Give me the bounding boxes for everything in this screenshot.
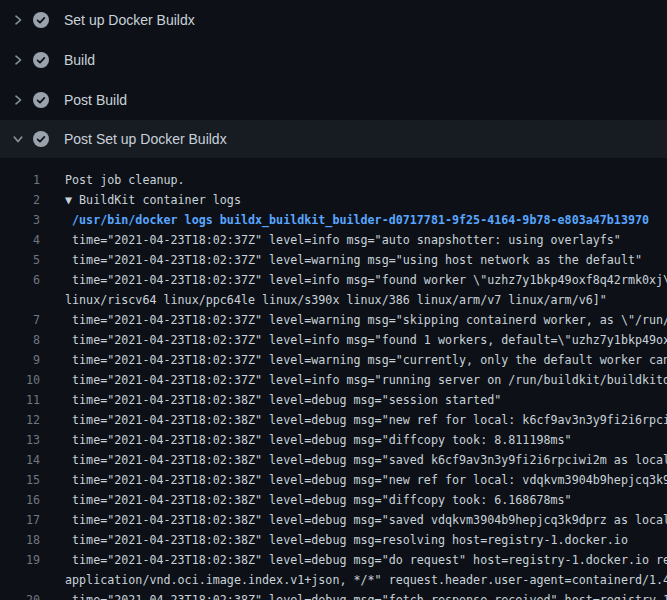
log-line-text: time="2021-04-23T18:02:38Z" level=debug … — [65, 410, 667, 430]
log-line-text: time="2021-04-23T18:02:38Z" level=debug … — [65, 590, 667, 600]
log-line-text: /usr/bin/docker logs buildx_buildkit_bui… — [65, 210, 649, 230]
log-line: 10 time="2021-04-23T18:02:37Z" level=inf… — [0, 370, 667, 390]
line-number[interactable]: 17 — [0, 510, 40, 530]
log-line: 17 time="2021-04-23T18:02:38Z" level=deb… — [0, 510, 667, 530]
line-number[interactable]: 3 — [0, 210, 40, 230]
log-line: 16 time="2021-04-23T18:02:38Z" level=deb… — [0, 490, 667, 510]
log-line-text: time="2021-04-23T18:02:37Z" level=warnin… — [65, 250, 642, 270]
line-number[interactable]: 11 — [0, 390, 40, 410]
line-number[interactable]: 8 — [0, 330, 40, 350]
line-number[interactable]: 7 — [0, 310, 40, 330]
line-number[interactable]: 2 — [0, 190, 40, 210]
step-title: Build — [64, 50, 95, 70]
line-number[interactable]: 18 — [0, 530, 40, 550]
log-line-text: time="2021-04-23T18:02:37Z" level=info m… — [65, 270, 667, 290]
step-header-post-set-up-docker-buildx[interactable]: Post Set up Docker Buildx — [0, 120, 667, 158]
group-toggle-log-line-text[interactable]: ▼ BuildKit container logs — [65, 190, 241, 210]
log-scroll-area[interactable]: 1 Post job cleanup. 2 ▼ BuildKit contain… — [0, 158, 667, 600]
line-number[interactable]: 9 — [0, 350, 40, 370]
log-line: 3 /usr/bin/docker logs buildx_buildkit_b… — [0, 210, 667, 230]
log-line-text: time="2021-04-23T18:02:38Z" level=debug … — [65, 430, 572, 450]
step-title: Set up Docker Buildx — [64, 10, 195, 30]
log-line-text: time="2021-04-23T18:02:37Z" level=warnin… — [65, 350, 667, 370]
line-number[interactable] — [0, 290, 40, 310]
line-number[interactable]: 10 — [0, 370, 40, 390]
check-circle-icon — [33, 131, 49, 147]
log-line: 13 time="2021-04-23T18:02:38Z" level=deb… — [0, 430, 667, 450]
actions-log-panel: Set up Docker Buildx Build P — [0, 0, 667, 600]
log-line-text: time="2021-04-23T18:02:37Z" level=info m… — [65, 230, 621, 250]
log-line: 7 time="2021-04-23T18:02:37Z" level=warn… — [0, 310, 667, 330]
line-number[interactable]: 15 — [0, 470, 40, 490]
log-line-text: time="2021-04-23T18:02:38Z" level=debug … — [65, 510, 667, 530]
check-circle-icon — [33, 12, 49, 28]
line-number[interactable]: 5 — [0, 250, 40, 270]
line-number[interactable]: 20 — [0, 590, 40, 600]
log-line-text: linux/riscv64 linux/ppc64le linux/s390x … — [65, 290, 607, 310]
line-number[interactable]: 6 — [0, 270, 40, 290]
steps-list: Set up Docker Buildx Build P — [0, 0, 667, 158]
line-number[interactable]: 16 — [0, 490, 40, 510]
line-number[interactable] — [0, 570, 40, 590]
log-line-text: Post job cleanup. — [65, 170, 185, 190]
log-line-text: time="2021-04-23T18:02:38Z" level=debug … — [65, 450, 667, 470]
log-line: 4 time="2021-04-23T18:02:37Z" level=info… — [0, 230, 667, 250]
line-number[interactable]: 14 — [0, 450, 40, 470]
log-line: 5 time="2021-04-23T18:02:37Z" level=warn… — [0, 250, 667, 270]
step-header-post-build[interactable]: Post Build — [0, 80, 667, 120]
step-header-build[interactable]: Build — [0, 40, 667, 80]
log-line-text: application/vnd.oci.image.index.v1+json,… — [65, 570, 667, 590]
log-line: 6 time="2021-04-23T18:02:37Z" level=info… — [0, 270, 667, 290]
log-line: 12 time="2021-04-23T18:02:38Z" level=deb… — [0, 410, 667, 430]
chevron-down-icon — [12, 133, 24, 145]
log-line-text: time="2021-04-23T18:02:38Z" level=debug … — [65, 390, 501, 410]
log-line: 15 time="2021-04-23T18:02:38Z" level=deb… — [0, 470, 667, 490]
step-header-set-up-docker-buildx[interactable]: Set up Docker Buildx — [0, 0, 667, 40]
log-line: 9 time="2021-04-23T18:02:37Z" level=warn… — [0, 350, 667, 370]
log-line: 11 time="2021-04-23T18:02:38Z" level=deb… — [0, 390, 667, 410]
line-number[interactable]: 12 — [0, 410, 40, 430]
line-number[interactable]: 19 — [0, 550, 40, 570]
log-line: application/vnd.oci.image.index.v1+json,… — [0, 570, 667, 590]
log-line: 2 ▼ BuildKit container logs — [0, 190, 667, 210]
check-circle-icon — [33, 52, 49, 68]
log-line-text: time="2021-04-23T18:02:38Z" level=debug … — [65, 550, 667, 570]
log-line-text: time="2021-04-23T18:02:38Z" level=debug … — [65, 470, 667, 490]
log-line: 8 time="2021-04-23T18:02:37Z" level=info… — [0, 330, 667, 350]
step-title: Post Set up Docker Buildx — [64, 129, 227, 149]
chevron-right-icon — [12, 54, 24, 66]
chevron-right-icon — [12, 94, 24, 106]
log-line: 14 time="2021-04-23T18:02:38Z" level=deb… — [0, 450, 667, 470]
log-line: 18 time="2021-04-23T18:02:38Z" level=deb… — [0, 530, 667, 550]
line-number[interactable]: 13 — [0, 430, 40, 450]
log-line-text: time="2021-04-23T18:02:37Z" level=info m… — [65, 330, 667, 350]
log-line-text: time="2021-04-23T18:02:37Z" level=warnin… — [65, 310, 667, 330]
log-line: 19 time="2021-04-23T18:02:38Z" level=deb… — [0, 550, 667, 570]
line-number[interactable]: 1 — [0, 170, 40, 190]
log-line: linux/riscv64 linux/ppc64le linux/s390x … — [0, 290, 667, 310]
log-line: 20 time="2021-04-23T18:02:38Z" level=deb… — [0, 590, 667, 600]
log-line-text: time="2021-04-23T18:02:37Z" level=info m… — [65, 370, 667, 390]
step-title: Post Build — [64, 90, 127, 110]
log-line-text: time="2021-04-23T18:02:38Z" level=debug … — [65, 530, 628, 550]
check-circle-icon — [33, 92, 49, 108]
log-line: 1 Post job cleanup. — [0, 170, 667, 190]
chevron-right-icon — [12, 14, 24, 26]
log-line-text: time="2021-04-23T18:02:38Z" level=debug … — [65, 490, 572, 510]
line-number[interactable]: 4 — [0, 230, 40, 250]
